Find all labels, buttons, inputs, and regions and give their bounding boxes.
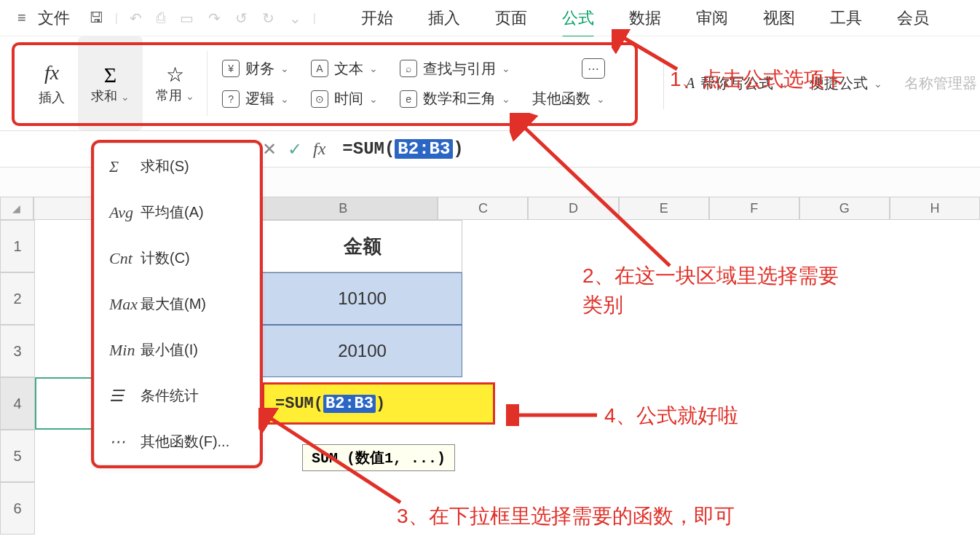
arrow-3 xyxy=(258,408,404,510)
row-header-1[interactable]: 1 xyxy=(0,220,35,272)
annotation-3: 3、在下拉框里选择需要的函数，即可 xyxy=(397,502,735,530)
topbar: ≡ 文件 🖫 | ↶ ⎙ ▭ ↷ ↺ ↻ ⌄ | 开始 插入 页面 公式 数据 … xyxy=(0,0,980,36)
annotation-1: 1、点击公式选项卡 xyxy=(670,66,845,93)
dropdown-min[interactable]: Min最小值(I) xyxy=(95,327,259,373)
cell-B3[interactable]: 20100 xyxy=(262,325,462,377)
common-label: 常用 ⌄ xyxy=(156,87,194,104)
category-time[interactable]: ⊙时间⌄ xyxy=(311,89,378,109)
annotation-4: 4、公式就好啦 xyxy=(604,402,738,430)
min-icon: Min xyxy=(109,341,130,360)
avg-icon: Avg xyxy=(109,203,130,222)
back-icon: ↺ xyxy=(232,7,250,30)
category-finance[interactable]: ¥财务⌄ xyxy=(222,59,289,79)
category-text[interactable]: A文本⌄ xyxy=(311,59,378,79)
row-header-3[interactable]: 3 xyxy=(0,325,35,377)
category-logic[interactable]: ?逻辑⌄ xyxy=(222,89,289,109)
row-header-6[interactable]: 6 xyxy=(0,482,35,535)
sum-dropdown: Σ求和(S) Avg平均值(A) Cnt计数(C) Max最大值(M) Min最… xyxy=(93,142,261,466)
tab-formula[interactable]: 公式 xyxy=(562,7,594,29)
more-icon[interactable]: ⋯ xyxy=(582,58,605,79)
category-math[interactable]: e数学和三角⌄ xyxy=(400,89,510,109)
dropdown-other[interactable]: ⋯其他函数(F)... xyxy=(95,419,259,465)
formula-input[interactable]: =SUM(B2:B3) xyxy=(342,139,463,159)
name-manager-button: 名称管理器 xyxy=(904,74,977,93)
redo-icon: ↷ xyxy=(205,7,224,30)
cell-B1[interactable]: 金额 xyxy=(262,220,462,272)
annotation-2-line1: 2、在这一块区域里选择需要 xyxy=(582,262,839,290)
table-icon: ☰ xyxy=(109,387,130,406)
arrow-4 xyxy=(506,404,601,426)
tab-member[interactable]: 会员 xyxy=(897,7,929,29)
tab-insert[interactable]: 插入 xyxy=(428,7,460,29)
insert-fn-label: 插入 xyxy=(39,89,65,106)
col-header-B[interactable]: B xyxy=(248,197,438,220)
print-icon: ⎙ xyxy=(154,7,168,29)
text-icon: A xyxy=(311,60,328,77)
tab-review[interactable]: 审阅 xyxy=(696,7,728,29)
sigma-icon: Σ xyxy=(104,63,116,87)
clock-icon: ⊙ xyxy=(311,90,328,108)
more-icon: ⋯ xyxy=(109,433,130,452)
dropdown-conditional[interactable]: ☰条件统计 xyxy=(95,373,259,419)
svg-line-2 xyxy=(521,124,670,266)
sigma-icon: Σ xyxy=(109,157,130,176)
save-icon[interactable]: 🖫 xyxy=(86,7,106,29)
cancel-icon[interactable]: ✕ xyxy=(262,139,277,159)
file-menu[interactable]: 文件 xyxy=(38,7,70,29)
question-icon: ? xyxy=(222,90,240,108)
category-lookup[interactable]: ⌕查找与引用⌄ xyxy=(400,59,510,79)
col-header-H[interactable]: H xyxy=(890,197,980,220)
col-header-G[interactable]: G xyxy=(799,197,890,220)
sum-label: 求和 ⌄ xyxy=(91,87,130,105)
accept-icon[interactable]: ✓ xyxy=(288,139,302,159)
math-icon: e xyxy=(400,90,417,108)
dropdown-count[interactable]: Cnt计数(C) xyxy=(95,235,259,281)
svg-line-1 xyxy=(619,35,677,69)
menu-tabs: 开始 插入 页面 公式 数据 审阅 视图 工具 会员 xyxy=(361,7,965,29)
row-header-4[interactable]: 4 xyxy=(0,377,35,430)
annotation-2-line2: 类别 xyxy=(582,291,623,319)
max-icon: Max xyxy=(109,295,130,314)
tab-tools[interactable]: 工具 xyxy=(830,7,862,29)
undo-icon: ↶ xyxy=(127,7,145,30)
corner-cell[interactable]: ◢ xyxy=(0,197,33,220)
common-functions-button[interactable]: ☆ 常用 ⌄ xyxy=(143,36,208,130)
fx-icon-bar[interactable]: fx xyxy=(313,139,325,159)
svg-line-3 xyxy=(266,415,400,502)
category-other[interactable]: 其他函数⌄ xyxy=(532,89,605,109)
fx-icon: fx xyxy=(44,61,59,84)
cell-B2[interactable]: 10100 xyxy=(262,272,462,325)
menu-icon[interactable]: ≡ xyxy=(15,7,29,29)
dropdown-sum[interactable]: Σ求和(S) xyxy=(95,143,259,189)
col-header-F[interactable]: F xyxy=(709,197,799,220)
preview-icon: ▭ xyxy=(177,7,197,30)
star-icon: ☆ xyxy=(166,63,184,87)
search-icon: ⌕ xyxy=(400,60,417,77)
row-header-2[interactable]: 2 xyxy=(0,272,35,325)
forward-icon: ↻ xyxy=(259,7,277,30)
dropdown-avg[interactable]: Avg平均值(A) xyxy=(95,189,259,235)
chevron-down-icon[interactable]: ⌄ xyxy=(286,7,304,30)
arrow-2 xyxy=(510,113,684,273)
tab-view[interactable]: 视图 xyxy=(763,7,795,29)
yen-icon: ¥ xyxy=(222,60,240,77)
tab-data[interactable]: 数据 xyxy=(629,7,661,29)
tab-page[interactable]: 页面 xyxy=(495,7,527,29)
row-header-5[interactable]: 5 xyxy=(0,430,35,482)
tab-start[interactable]: 开始 xyxy=(361,7,393,29)
sum-button[interactable]: Σ 求和 ⌄ xyxy=(78,36,143,130)
insert-function-button[interactable]: fx 插入 xyxy=(25,36,78,130)
cnt-icon: Cnt xyxy=(109,249,130,268)
dropdown-max[interactable]: Max最大值(M) xyxy=(95,281,259,327)
